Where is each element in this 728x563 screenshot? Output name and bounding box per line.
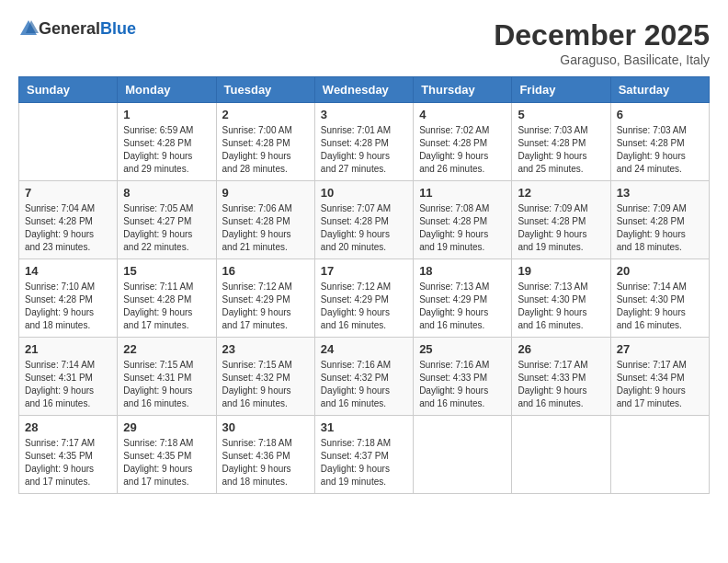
calendar-cell: 22Sunrise: 7:15 AM Sunset: 4:31 PM Dayli… xyxy=(118,338,216,416)
weekday-header-tuesday: Tuesday xyxy=(216,77,314,103)
day-number: 18 xyxy=(419,264,506,278)
logo-icon xyxy=(18,18,39,39)
day-number: 14 xyxy=(25,264,111,278)
day-info: Sunrise: 7:11 AM Sunset: 4:28 PM Dayligh… xyxy=(123,281,210,332)
title-area: December 2025 Garaguso, Basilicate, Ital… xyxy=(494,18,710,67)
month-title: December 2025 xyxy=(494,18,710,52)
logo: GeneralBlue xyxy=(18,18,136,39)
calendar-cell: 27Sunrise: 7:17 AM Sunset: 4:34 PM Dayli… xyxy=(610,338,709,416)
calendar-cell: 5Sunrise: 7:03 AM Sunset: 4:28 PM Daylig… xyxy=(512,103,610,181)
weekday-header-thursday: Thursday xyxy=(414,77,512,103)
calendar-cell: 16Sunrise: 7:12 AM Sunset: 4:29 PM Dayli… xyxy=(216,259,314,338)
day-number: 3 xyxy=(321,108,407,121)
week-row-4: 21Sunrise: 7:14 AM Sunset: 4:31 PM Dayli… xyxy=(19,338,710,416)
calendar-cell: 18Sunrise: 7:13 AM Sunset: 4:29 PM Dayli… xyxy=(414,259,512,338)
day-number: 26 xyxy=(518,342,604,356)
calendar-cell: 12Sunrise: 7:09 AM Sunset: 4:28 PM Dayli… xyxy=(512,181,610,259)
weekday-header-sunday: Sunday xyxy=(19,77,118,103)
calendar-cell: 2Sunrise: 7:00 AM Sunset: 4:28 PM Daylig… xyxy=(216,103,314,181)
day-number: 23 xyxy=(222,342,309,356)
calendar-cell: 30Sunrise: 7:18 AM Sunset: 4:36 PM Dayli… xyxy=(216,416,314,494)
calendar-cell xyxy=(414,416,512,494)
day-number: 13 xyxy=(617,186,703,200)
weekday-header-monday: Monday xyxy=(118,77,216,103)
calendar-cell: 4Sunrise: 7:02 AM Sunset: 4:28 PM Daylig… xyxy=(414,103,512,181)
day-number: 10 xyxy=(321,186,407,200)
calendar-cell xyxy=(512,416,610,494)
day-info: Sunrise: 7:17 AM Sunset: 4:34 PM Dayligh… xyxy=(617,359,703,410)
calendar-cell: 28Sunrise: 7:17 AM Sunset: 4:35 PM Dayli… xyxy=(19,416,118,494)
calendar-cell: 11Sunrise: 7:08 AM Sunset: 4:28 PM Dayli… xyxy=(414,181,512,259)
day-number: 17 xyxy=(321,264,407,278)
day-number: 16 xyxy=(222,264,309,278)
weekday-header-friday: Friday xyxy=(512,77,610,103)
day-info: Sunrise: 7:16 AM Sunset: 4:32 PM Dayligh… xyxy=(321,359,407,410)
calendar-cell: 20Sunrise: 7:14 AM Sunset: 4:30 PM Dayli… xyxy=(610,259,709,338)
day-number: 7 xyxy=(25,186,111,200)
day-info: Sunrise: 7:03 AM Sunset: 4:28 PM Dayligh… xyxy=(617,124,703,176)
calendar-cell: 6Sunrise: 7:03 AM Sunset: 4:28 PM Daylig… xyxy=(610,103,709,181)
calendar-cell: 7Sunrise: 7:04 AM Sunset: 4:28 PM Daylig… xyxy=(19,181,118,259)
calendar-cell: 19Sunrise: 7:13 AM Sunset: 4:30 PM Dayli… xyxy=(512,259,610,338)
day-number: 5 xyxy=(518,108,604,121)
day-info: Sunrise: 7:04 AM Sunset: 4:28 PM Dayligh… xyxy=(25,202,111,254)
day-info: Sunrise: 7:16 AM Sunset: 4:33 PM Dayligh… xyxy=(419,359,506,410)
day-number: 25 xyxy=(419,342,506,356)
day-info: Sunrise: 7:02 AM Sunset: 4:28 PM Dayligh… xyxy=(419,124,506,176)
day-info: Sunrise: 7:18 AM Sunset: 4:36 PM Dayligh… xyxy=(222,437,309,488)
day-number: 11 xyxy=(419,186,506,200)
location-subtitle: Garaguso, Basilicate, Italy xyxy=(494,52,710,67)
calendar-cell: 23Sunrise: 7:15 AM Sunset: 4:32 PM Dayli… xyxy=(216,338,314,416)
day-number: 21 xyxy=(25,342,111,356)
weekday-header-wednesday: Wednesday xyxy=(314,77,413,103)
day-info: Sunrise: 7:10 AM Sunset: 4:28 PM Dayligh… xyxy=(25,281,111,332)
day-info: Sunrise: 7:03 AM Sunset: 4:28 PM Dayligh… xyxy=(518,124,604,176)
day-number: 22 xyxy=(123,342,210,356)
day-info: Sunrise: 7:07 AM Sunset: 4:28 PM Dayligh… xyxy=(321,202,407,254)
calendar-cell: 26Sunrise: 7:17 AM Sunset: 4:33 PM Dayli… xyxy=(512,338,610,416)
header: GeneralBlue December 2025 Garaguso, Basi… xyxy=(18,18,710,67)
day-info: Sunrise: 7:13 AM Sunset: 4:30 PM Dayligh… xyxy=(518,281,604,332)
week-row-5: 28Sunrise: 7:17 AM Sunset: 4:35 PM Dayli… xyxy=(19,416,710,494)
day-info: Sunrise: 7:18 AM Sunset: 4:35 PM Dayligh… xyxy=(123,437,210,488)
calendar-cell: 13Sunrise: 7:09 AM Sunset: 4:28 PM Dayli… xyxy=(610,181,709,259)
calendar-cell: 24Sunrise: 7:16 AM Sunset: 4:32 PM Dayli… xyxy=(314,338,413,416)
day-number: 30 xyxy=(222,420,309,434)
calendar-table: SundayMondayTuesdayWednesdayThursdayFrid… xyxy=(18,76,710,494)
day-number: 19 xyxy=(518,264,604,278)
day-info: Sunrise: 7:12 AM Sunset: 4:29 PM Dayligh… xyxy=(321,281,407,332)
calendar-cell xyxy=(610,416,709,494)
calendar-cell: 14Sunrise: 7:10 AM Sunset: 4:28 PM Dayli… xyxy=(19,259,118,338)
day-number: 12 xyxy=(518,186,604,200)
calendar-cell xyxy=(19,103,118,181)
week-row-2: 7Sunrise: 7:04 AM Sunset: 4:28 PM Daylig… xyxy=(19,181,710,259)
calendar-cell: 9Sunrise: 7:06 AM Sunset: 4:28 PM Daylig… xyxy=(216,181,314,259)
day-info: Sunrise: 7:15 AM Sunset: 4:32 PM Dayligh… xyxy=(222,359,309,410)
calendar-cell: 25Sunrise: 7:16 AM Sunset: 4:33 PM Dayli… xyxy=(414,338,512,416)
day-info: Sunrise: 7:01 AM Sunset: 4:28 PM Dayligh… xyxy=(321,124,407,176)
calendar-cell: 21Sunrise: 7:14 AM Sunset: 4:31 PM Dayli… xyxy=(19,338,118,416)
day-number: 31 xyxy=(321,420,407,434)
day-number: 6 xyxy=(617,108,703,121)
day-info: Sunrise: 7:17 AM Sunset: 4:35 PM Dayligh… xyxy=(25,437,111,488)
day-number: 8 xyxy=(123,186,210,200)
day-info: Sunrise: 7:08 AM Sunset: 4:28 PM Dayligh… xyxy=(419,202,506,254)
day-info: Sunrise: 7:17 AM Sunset: 4:33 PM Dayligh… xyxy=(518,359,604,410)
day-number: 4 xyxy=(419,108,506,121)
calendar-cell: 15Sunrise: 7:11 AM Sunset: 4:28 PM Dayli… xyxy=(118,259,216,338)
day-number: 20 xyxy=(617,264,703,278)
day-info: Sunrise: 7:18 AM Sunset: 4:37 PM Dayligh… xyxy=(321,437,407,488)
day-number: 29 xyxy=(123,420,210,434)
day-number: 9 xyxy=(222,186,309,200)
day-info: Sunrise: 6:59 AM Sunset: 4:28 PM Dayligh… xyxy=(123,124,210,176)
day-number: 28 xyxy=(25,420,111,434)
day-info: Sunrise: 7:14 AM Sunset: 4:31 PM Dayligh… xyxy=(25,359,111,410)
calendar-cell: 31Sunrise: 7:18 AM Sunset: 4:37 PM Dayli… xyxy=(314,416,413,494)
logo-text-general: General xyxy=(39,19,100,39)
day-info: Sunrise: 7:06 AM Sunset: 4:28 PM Dayligh… xyxy=(222,202,309,254)
day-number: 24 xyxy=(321,342,407,356)
day-info: Sunrise: 7:14 AM Sunset: 4:30 PM Dayligh… xyxy=(617,281,703,332)
calendar-cell: 1Sunrise: 6:59 AM Sunset: 4:28 PM Daylig… xyxy=(118,103,216,181)
day-info: Sunrise: 7:15 AM Sunset: 4:31 PM Dayligh… xyxy=(123,359,210,410)
day-number: 1 xyxy=(123,108,210,121)
